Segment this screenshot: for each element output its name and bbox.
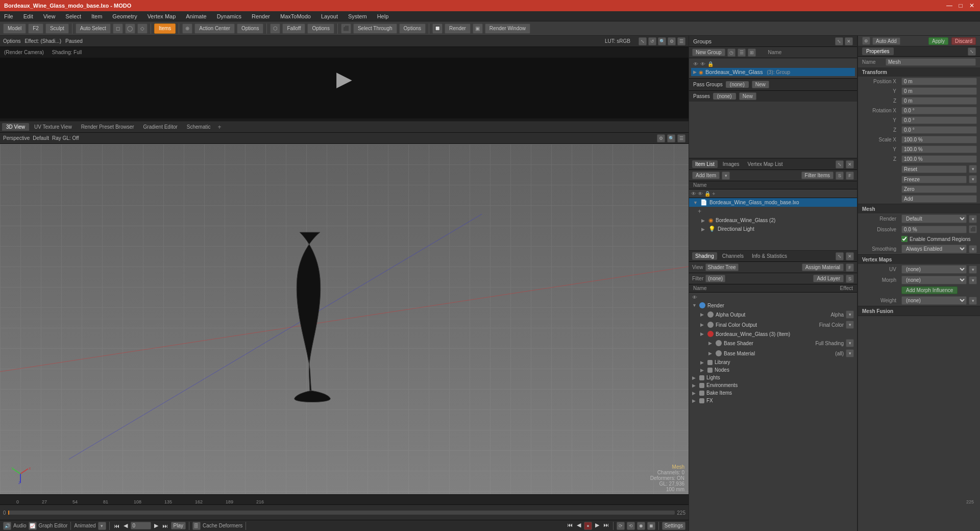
action-center-btn[interactable]: Action Center: [194, 23, 235, 34]
add-item-dropdown[interactable]: ▾: [722, 172, 730, 180]
props-tab-active[interactable]: Properties: [862, 47, 894, 55]
menu-geometry[interactable]: Geometry: [110, 13, 139, 19]
menu-dynamics[interactable]: Dynamics: [215, 13, 243, 19]
next-frame-btn[interactable]: ▶: [153, 522, 159, 529]
rot-z-input[interactable]: [901, 126, 977, 134]
groups-icon-3[interactable]: ⊞: [748, 49, 756, 57]
action-center-icon[interactable]: ⊕: [182, 23, 192, 34]
item-add-icon[interactable]: +: [698, 208, 701, 215]
morph-select[interactable]: (none): [901, 276, 967, 284]
vp-mode[interactable]: Perspective: [3, 135, 30, 141]
next-key-r[interactable]: ⏭: [602, 522, 610, 530]
shade-item-nodes[interactable]: ▶ Nodes: [690, 366, 856, 374]
shade-bm-menu[interactable]: ▾: [846, 349, 854, 357]
cache-deformers-icon[interactable]: 🗄: [192, 522, 201, 530]
render-select[interactable]: Default: [901, 214, 967, 223]
tab-channels[interactable]: Channels: [719, 252, 747, 260]
menu-edit[interactable]: Edit: [21, 13, 35, 19]
preview-icon-3[interactable]: 🔍: [658, 37, 666, 45]
maximize-btn[interactable]: □: [957, 2, 965, 9]
tab-vertex-map-list[interactable]: Vertex Map List: [745, 160, 786, 168]
tab-item-list[interactable]: Item List: [692, 160, 718, 168]
add-item-btn[interactable]: Add Item: [692, 172, 720, 179]
groups-expand-icon[interactable]: ⤡: [835, 37, 843, 45]
settings-btn[interactable]: Settings: [662, 522, 685, 530]
preview-icon-1[interactable]: ⤡: [639, 37, 647, 45]
record-btn[interactable]: ●: [584, 522, 592, 530]
shade-item-envs[interactable]: ▶ Environments: [690, 381, 856, 389]
3d-viewport[interactable]: Perspective Default Ray GL: Off ⚙ 🔍 ☰: [0, 133, 689, 494]
frame-input[interactable]: [131, 522, 151, 529]
mode-f2-btn[interactable]: F2: [28, 23, 43, 34]
minimize-btn[interactable]: —: [945, 2, 953, 9]
props-expand[interactable]: ⤡: [968, 47, 976, 56]
pos-z-input[interactable]: [901, 97, 977, 105]
shade-item-bake[interactable]: ▶ Bake Items: [690, 389, 856, 397]
menu-render[interactable]: Render: [250, 13, 272, 19]
mode-model-btn[interactable]: Model: [3, 23, 26, 34]
vp-icon-2[interactable]: 🔍: [667, 134, 675, 142]
smoothing-dropdown[interactable]: ▾: [969, 245, 977, 253]
prev-frame-btn[interactable]: ◀: [122, 522, 129, 529]
animated-dropdown[interactable]: ▾: [98, 522, 106, 530]
falloff-icon[interactable]: ⬡: [270, 23, 280, 34]
item-row-1[interactable]: ▶ ◉ Bordeaux_Wine_Glass (2): [689, 216, 857, 225]
shade-bs-menu[interactable]: ▾: [846, 339, 854, 347]
options-1-btn[interactable]: Options: [237, 23, 263, 34]
apply-btn[interactable]: Apply: [928, 37, 948, 45]
shading-expand[interactable]: ⤡: [836, 252, 844, 260]
rot-y-input[interactable]: [901, 116, 977, 124]
select-icon-2[interactable]: ◯: [125, 23, 135, 34]
menu-select[interactable]: Select: [63, 13, 83, 19]
item-row-0[interactable]: ▼ 📄 Bordeaux_Wine_Glass_modo_base.lxo: [689, 198, 857, 207]
shade-item-library[interactable]: ▶ Library: [690, 358, 856, 366]
reset-btn[interactable]: Reset: [901, 165, 967, 173]
tab-gradient-editor[interactable]: Gradient Editor: [139, 123, 182, 131]
prev-key-btn[interactable]: ⏮: [113, 523, 120, 529]
item-row-2[interactable]: ▶ 💡 Directional Light: [689, 225, 857, 233]
add-tab-btn[interactable]: +: [216, 124, 224, 131]
freeze-btn[interactable]: Freeze: [901, 176, 967, 183]
play-btn[interactable]: Play: [171, 522, 186, 529]
reset-dropdown[interactable]: ▾: [969, 165, 977, 173]
enable-cmd-checkbox[interactable]: [901, 236, 908, 242]
item-list-expand[interactable]: ⤡: [836, 160, 844, 168]
preview-paused[interactable]: Paused: [65, 38, 83, 44]
menu-view[interactable]: View: [41, 13, 58, 19]
preview-icon-2[interactable]: ↺: [648, 37, 656, 45]
auto-select-btn[interactable]: Auto Select: [76, 23, 111, 34]
viewport-canvas[interactable]: Mesh Channels: 0 Deformers: ON GL: 27,93…: [0, 144, 689, 494]
groups-close-icon[interactable]: ✕: [845, 37, 853, 45]
select-icon-1[interactable]: ◻: [113, 23, 123, 34]
prev-key-r[interactable]: ⏮: [566, 522, 574, 530]
shade-item-base-mat[interactable]: ▶ Base Material (all) ▾: [690, 348, 856, 358]
item-list-close[interactable]: ✕: [846, 160, 854, 168]
shading-s[interactable]: S: [846, 275, 854, 283]
shading-f[interactable]: F: [846, 263, 854, 272]
freeze-dropdown[interactable]: ▾: [969, 175, 977, 183]
group-item-0[interactable]: ▶ ◉ Bordeaux_Wine_Glass (3): Group: [691, 68, 855, 76]
new-passes-btn[interactable]: New: [739, 92, 756, 100]
options-3-btn[interactable]: Options: [399, 23, 426, 34]
window-controls[interactable]: — □ ✕: [945, 2, 976, 9]
add-btn[interactable]: Add: [901, 195, 977, 203]
shade-alpha-menu[interactable]: ▾: [846, 310, 854, 319]
name-input[interactable]: [886, 58, 976, 66]
preview-play-btn[interactable]: ▶: [329, 66, 360, 91]
weight-select[interactable]: (none): [901, 296, 967, 305]
options-2-btn[interactable]: Options: [307, 23, 334, 34]
shade-item-bwg[interactable]: ▶ Bordeaux_Wine_Glass (3) (Item): [690, 330, 856, 338]
vp-icon-3[interactable]: ☰: [677, 134, 685, 142]
filter-items-btn[interactable]: Filter Items: [801, 172, 834, 179]
group-eye-1[interactable]: 👁: [693, 61, 698, 67]
anim-icon-3[interactable]: ⏺: [637, 522, 645, 530]
dissolve-anim[interactable]: ⬛: [969, 225, 977, 233]
shade-item-lights[interactable]: ▶ Lights: [690, 374, 856, 381]
uv-dropdown[interactable]: ▾: [969, 266, 977, 274]
render-window-icon[interactable]: ▣: [473, 23, 483, 34]
preview-icon-4[interactable]: ⚙: [668, 37, 676, 45]
mesh-title[interactable]: Mesh: [858, 204, 980, 213]
mesh-fusion-title[interactable]: Mesh Fusion: [858, 306, 980, 316]
pass-groups-val[interactable]: (none): [726, 81, 749, 88]
shade-eye-1[interactable]: 👁: [692, 295, 697, 300]
